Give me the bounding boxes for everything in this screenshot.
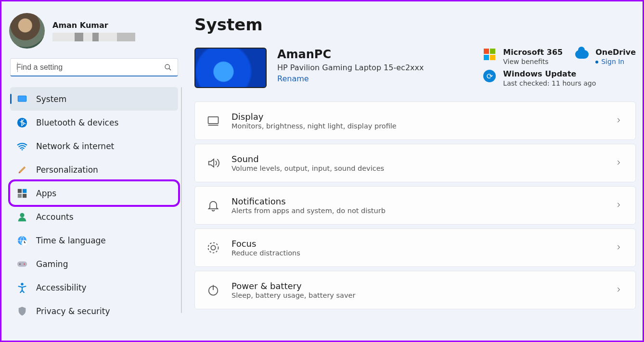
card-sub: Reduce distractions [232,249,605,257]
promo-microsoft-365[interactable]: Microsoft 365 View benefits [483,48,563,65]
search-input[interactable] [16,63,164,72]
sidebar-item-gaming[interactable]: Gaming [10,252,178,276]
sidebar-item-label: Bluetooth & devices [36,118,118,127]
sidebar-item-accessibility[interactable]: Accessibility [10,276,178,299]
sidebar-item-label: Apps [36,189,56,198]
globe-clock-icon [17,235,27,246]
pc-thumbnail [194,48,267,88]
promo-onedrive[interactable]: OneDrive Sign In [575,48,636,65]
svg-point-19 [208,243,219,253]
svg-point-10 [20,213,24,217]
user-email-redacted [52,33,135,41]
card-sub: Monitors, brightness, night light, displ… [232,122,605,130]
sidebar-item-label: Gaming [36,259,68,269]
card-title: Focus [232,239,605,249]
svg-rect-9 [23,193,26,197]
update-sync-icon: ⟳ [483,69,496,83]
card-power[interactable]: Power & batterySleep, battery usage, bat… [194,271,636,309]
promo-windows-update[interactable]: ⟳ Windows Update Last checked: 11 hours … [483,69,636,87]
sidebar-item-label: Accounts [36,212,74,222]
card-title: Power & battery [232,281,605,291]
nav: System Bluetooth & devices Network & int… [1,85,187,323]
sidebar-item-label: Network & internet [36,141,114,151]
user-name: Aman Kumar [52,21,135,30]
sidebar-item-bluetooth[interactable]: Bluetooth & devices [10,111,178,134]
promo-title: Windows Update [503,69,596,78]
paintbrush-icon [17,165,27,175]
sidebar-item-label: System [36,94,66,104]
svg-point-20 [211,245,215,250]
sidebar-item-system[interactable]: System [10,87,178,111]
promo-title: OneDrive [595,48,636,57]
person-icon [17,212,27,222]
system-hero: AmanPC HP Pavilion Gaming Laptop 15-ec2x… [194,48,636,88]
card-sub: Volume levels, output, input, sound devi… [232,165,605,172]
shield-icon [17,306,27,317]
apps-icon [17,188,27,199]
chevron-right-icon [615,286,622,295]
svg-line-1 [169,68,171,70]
svg-point-5 [22,149,23,150]
sidebar-item-label: Accessibility [36,283,87,292]
text-caret [17,63,18,72]
sidebar-item-network[interactable]: Network & internet [10,134,178,158]
power-icon [206,282,221,298]
svg-rect-7 [23,189,26,192]
sidebar-item-personalization[interactable]: Personalization [10,158,178,181]
chevron-right-icon [615,201,622,210]
svg-point-15 [24,263,25,265]
monitor-icon [17,94,27,104]
svg-point-16 [21,282,24,285]
card-title: Notifications [232,196,605,206]
sidebar-item-apps[interactable]: Apps [10,181,178,205]
sound-icon [206,155,221,171]
sidebar-item-accounts[interactable]: Accounts [10,205,178,228]
svg-rect-8 [18,193,22,197]
promo-sub: Last checked: 11 hours ago [503,79,596,87]
bluetooth-icon [17,117,27,128]
wifi-icon [17,141,27,152]
main-panel: System AmanPC HP Pavilion Gaming Laptop … [187,1,643,341]
card-title: Display [232,112,605,122]
sidebar-item-label: Time & language [36,236,106,245]
display-icon [206,113,221,128]
search-icon [164,63,172,71]
chevron-right-icon [615,116,622,126]
svg-point-14 [19,263,21,265]
card-title: Sound [232,154,605,164]
sidebar-item-privacy[interactable]: Privacy & security [10,299,178,323]
card-focus[interactable]: FocusReduce distractions [194,228,636,267]
rename-link[interactable]: Rename [277,74,424,83]
bell-icon [206,198,221,213]
card-sound[interactable]: SoundVolume levels, output, input, sound… [194,144,636,182]
promo-title: Microsoft 365 [503,48,563,57]
sidebar-item-time-language[interactable]: Time & language [10,228,178,252]
onedrive-icon [575,48,589,61]
card-display[interactable]: DisplayMonitors, brightness, night light… [194,101,636,140]
svg-point-0 [165,64,169,69]
svg-rect-6 [18,189,22,192]
pc-model: HP Pavilion Gaming Laptop 15-ec2xxx [277,63,424,72]
settings-card-list: DisplayMonitors, brightness, night light… [194,101,636,309]
promo-sub: View benefits [503,58,563,65]
sidebar-scrollbar[interactable] [181,87,182,313]
search-box[interactable] [10,58,178,76]
card-notifications[interactable]: NotificationsAlerts from apps and system… [194,186,636,225]
svg-rect-13 [17,261,27,266]
profile-block[interactable]: Aman Kumar [1,13,187,53]
sidebar-item-label: Privacy & security [36,306,110,316]
promo-sub: Sign In [595,58,636,65]
gamepad-icon [17,259,27,269]
sidebar-item-label: Personalization [36,165,98,175]
svg-rect-17 [208,117,219,124]
avatar [9,13,45,49]
accessibility-icon [17,282,27,293]
card-sub: Sleep, battery usage, battery saver [232,291,605,299]
focus-icon [206,240,221,255]
sidebar: Aman Kumar System Bluetooth & devices [1,1,187,341]
microsoft-365-icon [483,48,496,61]
svg-rect-3 [18,96,26,101]
page-title: System [194,15,636,34]
chevron-right-icon [615,243,622,253]
onedrive-signin-link[interactable]: Sign In [601,58,624,65]
